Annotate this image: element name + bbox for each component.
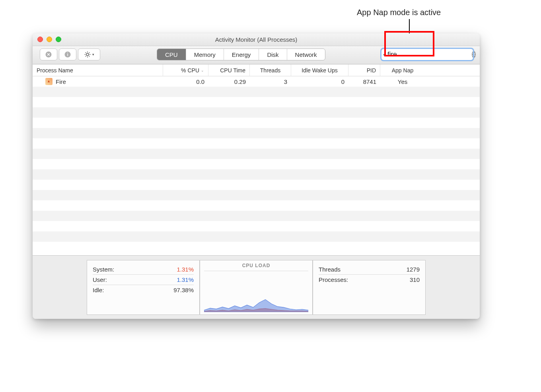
process-name-text: Fire <box>56 78 66 85</box>
table-row-empty <box>33 180 480 190</box>
table-row-empty <box>33 190 480 200</box>
close-icon: ✕ <box>472 52 476 57</box>
user-label: User: <box>93 276 107 283</box>
cell-threads: 3 <box>250 78 291 85</box>
annotation-label: App Nap mode is active <box>357 8 441 17</box>
cell-process-name: Fire <box>33 78 163 85</box>
search-field-container: ▾ ✕ <box>381 49 473 60</box>
table-row-empty <box>33 159 480 169</box>
gear-icon <box>84 51 91 58</box>
svg-line-9 <box>86 52 86 53</box>
cpu-load-title: CPU LOAD <box>204 263 308 271</box>
search-scope-chevron-icon[interactable]: ▾ <box>383 52 385 57</box>
window-titlebar[interactable]: Activity Monitor (All Processes) <box>33 33 480 46</box>
tab-cpu[interactable]: CPU <box>157 49 186 60</box>
cell-pid: 8741 <box>348 78 380 85</box>
col-pct-cpu[interactable]: % CPU⌄ <box>163 64 208 76</box>
col-process-name[interactable]: Process Name <box>33 64 163 76</box>
threads-label: Threads <box>319 266 341 273</box>
table-row-empty <box>33 211 480 221</box>
col-cpu-time[interactable]: CPU Time <box>208 64 250 76</box>
app-icon <box>45 78 53 85</box>
threads-value: 1279 <box>407 266 420 273</box>
col-threads[interactable]: Threads <box>250 64 291 76</box>
svg-line-12 <box>89 52 90 53</box>
table-row-empty <box>33 118 480 128</box>
table-row[interactable]: Fire 0.0 0.29 3 0 8741 Yes <box>33 76 480 87</box>
summary-footer: System:1.31% User: 1.31% Idle: 97.38% CP… <box>33 255 480 319</box>
counts-panel: Threads1279 Processes: 310 <box>313 260 426 315</box>
col-app-nap[interactable]: App Nap <box>380 64 425 76</box>
idle-label: Idle: <box>93 287 104 293</box>
tab-memory[interactable]: Memory <box>186 49 224 60</box>
table-row-empty <box>33 221 480 231</box>
system-value: 1.31% <box>177 266 194 273</box>
svg-line-10 <box>89 56 90 57</box>
col-pid[interactable]: PID <box>348 64 380 76</box>
svg-line-11 <box>86 56 86 57</box>
system-label: System: <box>93 266 114 273</box>
cpu-load-chart <box>204 273 308 312</box>
cell-app-nap: Yes <box>380 78 425 85</box>
table-row-empty <box>33 169 480 180</box>
chevron-down-icon: ▾ <box>92 52 94 56</box>
search-input[interactable] <box>387 50 472 58</box>
processes-label: Processes: <box>319 276 348 283</box>
svg-rect-2 <box>67 54 68 56</box>
window-title: Activity Monitor (All Processes) <box>33 36 480 43</box>
table-body: Fire 0.0 0.29 3 0 8741 Yes <box>33 76 480 242</box>
info-button[interactable] <box>59 49 76 60</box>
user-value: 1.31% <box>177 276 194 283</box>
table-row-empty <box>33 200 480 211</box>
table-row-empty <box>33 149 480 159</box>
table-row-empty <box>33 107 480 118</box>
tab-energy[interactable]: Energy <box>224 49 259 60</box>
svg-rect-3 <box>67 53 68 54</box>
cell-cpu-time: 0.29 <box>208 78 250 85</box>
table-row-empty <box>33 97 480 107</box>
col-idle-wake[interactable]: Idle Wake Ups <box>291 64 348 76</box>
toolbar: ▾ CPU Memory Energy Disk Network ▾ ✕ <box>33 46 480 64</box>
table-row-empty <box>33 231 480 242</box>
table-row-empty <box>33 87 480 97</box>
stop-icon <box>45 51 52 58</box>
cpu-breakdown-panel: System:1.31% User: 1.31% Idle: 97.38% <box>87 260 200 315</box>
table-row-empty <box>33 138 480 149</box>
stop-process-button[interactable] <box>40 49 57 60</box>
svg-point-4 <box>86 53 89 56</box>
sort-descending-icon: ⌄ <box>201 68 204 72</box>
cpu-load-chart-panel: CPU LOAD <box>200 260 313 315</box>
process-table: Process Name % CPU⌄ CPU Time Threads Idl… <box>33 64 480 279</box>
cell-idle-wake: 0 <box>291 78 348 85</box>
clear-search-button[interactable]: ✕ <box>472 51 476 58</box>
actions-menu-button[interactable]: ▾ <box>78 49 100 60</box>
info-icon <box>64 51 71 58</box>
idle-value: 97.38% <box>173 287 194 293</box>
activity-monitor-window: Activity Monitor (All Processes) ▾ CPU M… <box>33 33 480 319</box>
category-tabs: CPU Memory Energy Disk Network <box>157 49 325 60</box>
processes-value: 310 <box>410 276 420 283</box>
cell-pct-cpu: 0.0 <box>163 78 208 85</box>
table-row-empty <box>33 128 480 138</box>
tab-disk[interactable]: Disk <box>259 49 287 60</box>
table-header-row: Process Name % CPU⌄ CPU Time Threads Idl… <box>33 64 480 76</box>
tab-network[interactable]: Network <box>287 49 325 60</box>
